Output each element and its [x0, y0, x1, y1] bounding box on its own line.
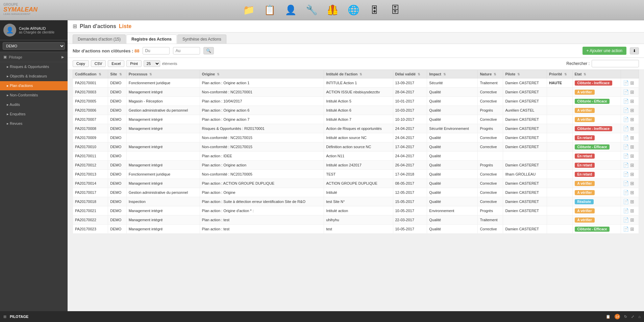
bottom-action-icon[interactable]: 📋: [606, 315, 611, 319]
pdf-icon[interactable]: 📄: [623, 98, 629, 104]
cell-nature: Corrective: [478, 188, 503, 197]
sidebar-item-risques[interactable]: ▸ Risques & Opportunités: [0, 62, 68, 72]
bottom-expand-icon[interactable]: ⤢: [631, 315, 634, 319]
edit-icon[interactable]: ⊞: [630, 199, 634, 204]
pdf-icon[interactable]: 📄: [623, 126, 629, 131]
cell-pilote: [503, 152, 547, 161]
csv-button[interactable]: CSV: [91, 60, 106, 67]
pdf-icon[interactable]: 📄: [623, 162, 629, 168]
edit-icon[interactable]: ⊞: [630, 80, 634, 86]
folder-icon[interactable]: 📁: [241, 3, 256, 18]
excel-button[interactable]: Excel: [108, 60, 124, 67]
user-icon[interactable]: 👤: [283, 3, 298, 18]
col-processus[interactable]: Processus ⇅: [126, 70, 200, 78]
cell-priorite: [547, 225, 572, 234]
edit-icon[interactable]: ⊞: [630, 171, 634, 177]
edit-icon[interactable]: ⊞: [630, 226, 634, 232]
add-action-button[interactable]: + Ajouter une action: [583, 47, 626, 55]
edit-icon[interactable]: ⊞: [630, 126, 634, 131]
pdf-icon[interactable]: 📄: [623, 190, 629, 195]
cell-processus: Fonctionnement juridique: [126, 78, 200, 88]
demo-select[interactable]: DEMO: [3, 42, 65, 50]
toolbar: Nbr d'actions non clôturées : 88 🔍 + Ajo…: [68, 44, 644, 58]
print-button[interactable]: Print: [126, 60, 142, 67]
cell-codification: PA20170001: [73, 78, 108, 88]
cell-priorite: [547, 106, 572, 115]
cell-impact: Qualité: [427, 215, 478, 225]
edit-icon[interactable]: ⊞: [630, 181, 634, 186]
col-etat[interactable]: Etat ⇅: [572, 70, 621, 78]
col-codification[interactable]: Codification ⇅: [73, 70, 108, 78]
cell-site: DEMO: [108, 179, 126, 188]
cell-impact: Qualité: [427, 115, 478, 124]
pdf-icon[interactable]: 📄: [623, 89, 629, 95]
pdf-icon[interactable]: 📄: [623, 226, 629, 232]
cell-processus: [126, 133, 200, 142]
col-site[interactable]: Site ⇅: [108, 70, 126, 78]
database-icon[interactable]: 🗄: [388, 3, 403, 18]
pdf-icon[interactable]: 📄: [623, 199, 629, 204]
search-input[interactable]: [592, 60, 639, 67]
edit-icon[interactable]: ⊞: [630, 162, 634, 168]
cell-codification: PA20170012: [73, 161, 108, 170]
pilotage-label: ▣: [3, 55, 7, 59]
pdf-icon[interactable]: 📄: [623, 80, 629, 86]
pdf-icon[interactable]: 📄: [623, 135, 629, 140]
cell-site: DEMO: [108, 88, 126, 97]
edit-icon[interactable]: ⊞: [630, 208, 634, 213]
pdf-icon[interactable]: 📄: [623, 208, 629, 213]
sliders-icon[interactable]: 🎛: [367, 3, 382, 18]
pdf-icon[interactable]: 📄: [623, 144, 629, 150]
edit-icon[interactable]: ⊞: [630, 217, 634, 223]
edit-icon[interactable]: ⊞: [630, 135, 634, 140]
copy-button[interactable]: Copy: [73, 60, 89, 67]
date-to-input[interactable]: [173, 47, 200, 54]
per-page-select[interactable]: 25 50 100: [144, 60, 160, 67]
edit-icon[interactable]: ⊞: [630, 144, 634, 150]
pdf-icon[interactable]: 📄: [623, 153, 629, 159]
edit-icon[interactable]: ⊞: [630, 117, 634, 122]
pdf-icon[interactable]: 📄: [623, 117, 629, 122]
edit-icon[interactable]: ⊞: [630, 108, 634, 113]
date-from-input[interactable]: [143, 47, 170, 54]
cell-pilote: Damien CASTERET: [503, 142, 547, 152]
sidebar-item-plan-actions[interactable]: ▸ Plan d'actions: [0, 81, 68, 91]
col-origine[interactable]: Origine ⇅: [200, 70, 324, 78]
col-priorite[interactable]: Priorité ⇅: [547, 70, 572, 78]
cell-site: DEMO: [108, 133, 126, 142]
cell-delai: 10-01-2017: [393, 97, 427, 106]
sidebar-item-objectifs[interactable]: ▸ Objectifs & Indicateurs: [0, 72, 68, 81]
edit-icon[interactable]: ⊞: [630, 98, 634, 104]
cell-site: DEMO: [108, 115, 126, 124]
sidebar-item-revues[interactable]: ▸ Revues: [0, 119, 68, 129]
sidebar-item-audits[interactable]: ▸ Audits: [0, 100, 68, 110]
col-delai[interactable]: Délai validé ⇅: [393, 70, 427, 78]
col-nature[interactable]: Nature ⇅: [478, 70, 503, 78]
edit-icon[interactable]: ⊞: [630, 153, 634, 159]
pdf-icon[interactable]: 📄: [623, 171, 629, 177]
col-pilote[interactable]: Pilote ⇅: [503, 70, 547, 78]
pdf-icon[interactable]: 📄: [623, 181, 629, 186]
vest-icon[interactable]: 🦺: [325, 3, 340, 18]
pdf-icon[interactable]: 📄: [623, 217, 629, 223]
col-intitule[interactable]: Intitulé de l'action ⇅: [324, 70, 393, 78]
tab-synthese[interactable]: Synthèse des Actions: [177, 34, 226, 44]
tab-registre[interactable]: Registre des Actions: [126, 34, 177, 44]
tab-demandes[interactable]: Demandes d'action (15): [73, 34, 126, 44]
col-impact[interactable]: Impact ⇅: [427, 70, 478, 78]
tools-icon[interactable]: 🔧: [304, 3, 319, 18]
sidebar-item-enquetes[interactable]: ▸ Enquêtes: [0, 110, 68, 119]
pdf-icon[interactable]: 📄: [623, 108, 629, 113]
sidebar-item-non-conformites[interactable]: ▸ Non-Conformités: [0, 91, 68, 100]
cell-intitule: Définition action source NC: [324, 142, 393, 152]
clipboard-icon[interactable]: 📋: [262, 3, 277, 18]
globe-icon[interactable]: 🌐: [346, 3, 361, 18]
cell-origine: Non-conformité : NC20170015: [200, 133, 324, 142]
export-button[interactable]: ⬇: [630, 47, 639, 54]
sidebar-item-pilotage[interactable]: ▣ Pilotage ▶: [0, 52, 68, 62]
bottom-home-icon[interactable]: ⌂: [638, 315, 641, 319]
edit-icon[interactable]: ⊞: [630, 190, 634, 195]
bottom-refresh-icon[interactable]: ↻: [624, 315, 627, 319]
edit-icon[interactable]: ⊞: [630, 89, 634, 95]
search-date-button[interactable]: 🔍: [203, 47, 214, 54]
